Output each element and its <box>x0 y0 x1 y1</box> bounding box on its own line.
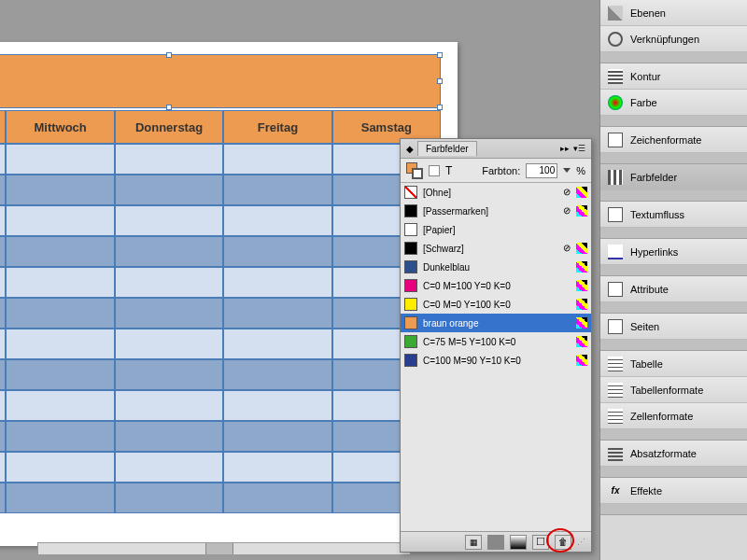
panel-item-layers[interactable]: Ebenen <box>600 0 747 26</box>
calendar-row <box>0 390 441 421</box>
panel-item-stroke[interactable]: Kontur <box>600 63 747 90</box>
calendar-cell[interactable] <box>115 329 223 359</box>
calendar-header-cell[interactable]: Mittwoch <box>6 110 114 144</box>
calendar-cell[interactable] <box>223 359 331 390</box>
object-formatting-icon[interactable] <box>429 165 440 176</box>
swatch-row[interactable]: [Schwarz]⊘ <box>401 239 591 258</box>
swatch-row[interactable]: braun orange <box>401 314 591 332</box>
resize-handle[interactable] <box>166 52 172 58</box>
calendar-cell[interactable] <box>6 175 114 205</box>
calendar-cell[interactable] <box>223 452 331 483</box>
calendar-cell[interactable] <box>115 452 223 483</box>
calendar-cell[interactable] <box>6 390 114 421</box>
swatch-row[interactable]: [Passermarken]⊘ <box>401 202 591 220</box>
panel-item-links[interactable]: Verknüpfungen <box>600 26 747 52</box>
swatch-row[interactable]: C=0 M=100 Y=0 K=0 <box>401 276 591 295</box>
panel-item-parastyles[interactable]: Absatzformate <box>600 441 747 467</box>
resize-handle[interactable] <box>437 52 443 58</box>
swatch-row[interactable]: C=75 M=5 Y=100 K=0 <box>401 332 591 351</box>
calendar-cell[interactable] <box>223 144 331 175</box>
panel-item-swatches[interactable]: Farbfelder <box>600 164 747 190</box>
swatch-badges <box>576 336 587 347</box>
calendar-cell[interactable] <box>6 421 114 452</box>
calendar-cell[interactable] <box>115 205 223 236</box>
resize-grip-icon[interactable]: ⋰ <box>577 538 585 547</box>
panel-collapse-icon[interactable]: ▸▸ <box>560 144 570 153</box>
calendar-cell[interactable] <box>223 329 331 359</box>
swatch-row[interactable]: [Ohne]⊘ <box>401 183 591 202</box>
panel-item-effects[interactable]: fxEffekte <box>600 478 747 504</box>
calendar-cell[interactable] <box>6 236 114 267</box>
horizontal-scrollbar[interactable] <box>37 542 411 555</box>
tint-dropdown-icon[interactable] <box>563 168 571 173</box>
attributes-icon <box>608 282 623 297</box>
tint-label: Farbton: <box>482 165 520 176</box>
color-mode-icon <box>576 355 587 366</box>
panel-item-tablestyles[interactable]: Tabellenformate <box>600 377 747 403</box>
textwrap-icon <box>608 207 623 222</box>
calendar-table[interactable]: agMittwochDonnerstagFreitagSamstag <box>0 110 441 513</box>
calendar-cell[interactable] <box>6 205 114 236</box>
panel-item-hyperlinks[interactable]: Hyperlinks <box>600 239 747 265</box>
calendar-cell[interactable] <box>6 452 114 483</box>
text-formatting-icon[interactable]: T <box>445 164 452 177</box>
calendar-cell[interactable] <box>6 267 114 298</box>
resize-handle[interactable] <box>437 78 443 84</box>
selected-frame[interactable] <box>0 54 441 108</box>
swatch-row[interactable]: [Papier] <box>401 220 591 239</box>
fill-stroke-toggle[interactable] <box>406 162 423 179</box>
collapse-icon[interactable]: ◆ <box>406 144 414 154</box>
calendar-cell[interactable] <box>6 483 114 513</box>
panel-header[interactable]: ◆ Farbfelder ▸▸ ▾☰ <box>401 139 591 159</box>
panel-gap <box>600 340 747 351</box>
calendar-cell[interactable] <box>115 483 223 513</box>
swatch-list[interactable]: [Ohne]⊘[Passermarken]⊘[Papier][Schwarz]⊘… <box>401 183 591 530</box>
calendar-cell[interactable] <box>223 421 331 452</box>
swatch-row[interactable]: C=100 M=90 Y=10 K=0 <box>401 351 591 370</box>
panel-gap <box>600 467 747 478</box>
panel-item-cellstyles[interactable]: Zellenformate <box>600 403 747 429</box>
panel-item-table[interactable]: Tabelle <box>600 351 747 377</box>
show-color-swatches-button[interactable] <box>487 535 504 550</box>
calendar-cell[interactable] <box>223 267 331 298</box>
swatch-row[interactable]: C=0 M=0 Y=100 K=0 <box>401 295 591 314</box>
panel-menu-icon[interactable]: ▾☰ <box>573 144 585 153</box>
new-swatch-button[interactable]: ☐ <box>532 535 549 550</box>
calendar-cell[interactable] <box>223 298 331 329</box>
calendar-cell[interactable] <box>115 390 223 421</box>
calendar-cell[interactable] <box>115 144 223 175</box>
panel-item-charstyles[interactable]: Zeichenformate <box>600 127 747 153</box>
show-gradient-swatches-button[interactable] <box>510 535 527 550</box>
calendar-cell[interactable] <box>115 359 223 390</box>
panel-item-color[interactable]: Farbe <box>600 90 747 116</box>
calendar-cell[interactable] <box>6 298 114 329</box>
calendar-cell[interactable] <box>223 236 331 267</box>
calendar-cell[interactable] <box>223 483 331 513</box>
show-swatch-kinds-button[interactable]: ▦ <box>465 535 482 550</box>
calendar-cell[interactable] <box>223 390 331 421</box>
panel-item-attributes[interactable]: Attribute <box>600 276 747 302</box>
calendar-cell[interactable] <box>6 329 114 359</box>
calendar-cell[interactable] <box>6 359 114 390</box>
panel-item-textwrap[interactable]: Textumfluss <box>600 202 747 228</box>
swatch-chip <box>404 260 417 273</box>
delete-swatch-button[interactable]: 🗑 <box>555 535 571 550</box>
calendar-cell[interactable] <box>115 175 223 205</box>
swatch-row[interactable]: Dunkelblau <box>401 258 591 276</box>
calendar-cell[interactable] <box>6 144 114 175</box>
calendar-header-cell[interactable]: Freitag <box>223 110 331 144</box>
tint-input[interactable] <box>526 163 557 178</box>
panel-tab-title[interactable]: Farbfelder <box>417 141 477 156</box>
calendar-cell[interactable] <box>115 267 223 298</box>
calendar-cell[interactable] <box>115 236 223 267</box>
calendar-header-cell[interactable]: Donnerstag <box>115 110 223 144</box>
swatches-panel[interactable]: ◆ Farbfelder ▸▸ ▾☰ T Farbton: % [Ohne]⊘[… <box>400 138 592 553</box>
scrollbar-thumb[interactable] <box>205 543 233 554</box>
color-mode-icon <box>576 280 587 291</box>
stroke-icon[interactable] <box>412 168 423 179</box>
calendar-cell[interactable] <box>223 175 331 205</box>
calendar-cell[interactable] <box>223 205 331 236</box>
calendar-cell[interactable] <box>115 421 223 452</box>
calendar-cell[interactable] <box>115 298 223 329</box>
panel-item-pages[interactable]: Seiten <box>600 314 747 340</box>
